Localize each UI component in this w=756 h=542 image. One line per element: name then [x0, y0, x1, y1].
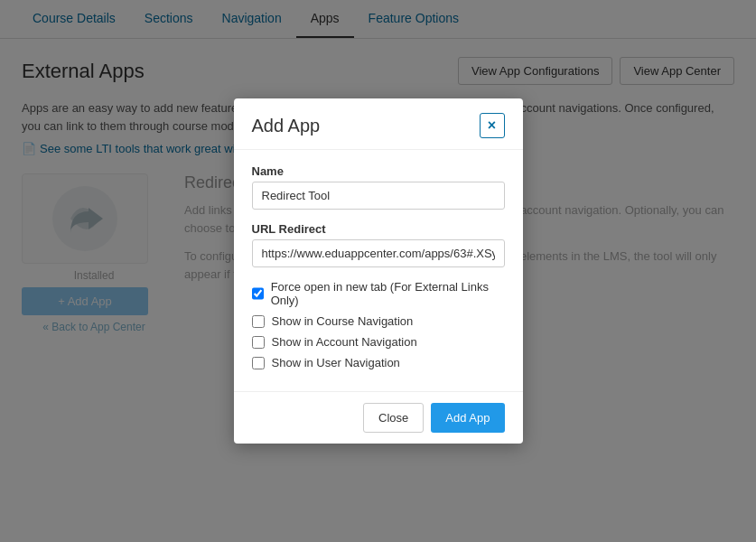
name-field-group: Name: [252, 164, 505, 210]
account-nav-label: Show in Account Navigation: [272, 335, 417, 349]
url-field-group: URL Redirect: [252, 222, 505, 267]
account-nav-checkbox[interactable]: [252, 336, 265, 349]
modal-overlay[interactable]: Add App × Name URL Redirect Force open i…: [0, 0, 756, 542]
force-new-tab-checkbox[interactable]: [252, 287, 264, 300]
checkbox-course-nav: Show in Course Navigation: [252, 314, 505, 328]
name-label: Name: [252, 164, 505, 178]
modal-body: Name URL Redirect Force open in new tab …: [234, 150, 523, 391]
force-new-tab-label: Force open in new tab (For External Link…: [271, 280, 505, 307]
checkbox-account-nav: Show in Account Navigation: [252, 335, 505, 349]
course-nav-checkbox[interactable]: [252, 315, 265, 328]
course-nav-label: Show in Course Navigation: [272, 314, 414, 328]
checkbox-force-new-tab: Force open in new tab (For External Link…: [252, 280, 505, 307]
modal-close-button[interactable]: ×: [480, 113, 505, 138]
close-modal-button[interactable]: Close: [363, 403, 424, 433]
modal-footer: Close Add App: [234, 391, 523, 444]
add-app-submit-button[interactable]: Add App: [431, 403, 504, 433]
url-input[interactable]: [252, 239, 505, 267]
name-input[interactable]: [252, 182, 505, 210]
user-nav-label: Show in User Navigation: [272, 356, 400, 369]
modal-header: Add App ×: [234, 98, 523, 150]
url-label: URL Redirect: [252, 222, 505, 236]
add-app-modal: Add App × Name URL Redirect Force open i…: [234, 98, 523, 444]
checkbox-user-nav: Show in User Navigation: [252, 356, 505, 369]
user-nav-checkbox[interactable]: [252, 357, 265, 369]
modal-title: Add App: [252, 116, 321, 136]
